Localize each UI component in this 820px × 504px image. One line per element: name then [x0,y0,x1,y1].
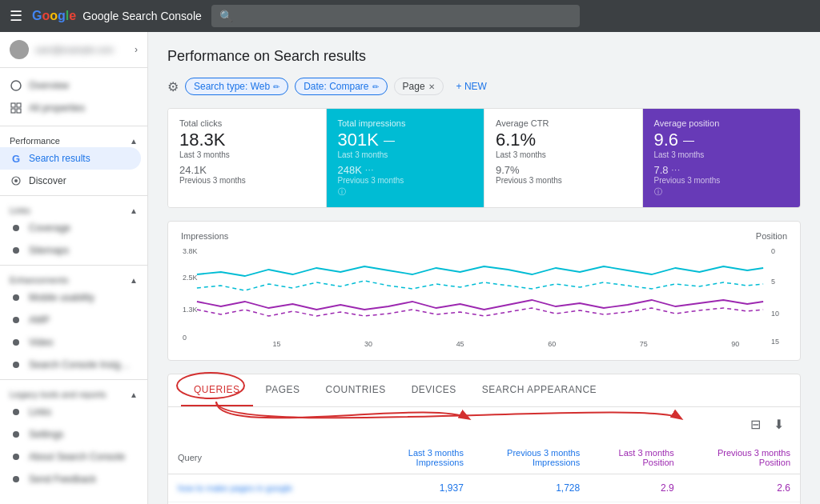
sidebar-section-links[interactable]: Links ▲ [0,199,147,217]
tab-devices-label: DEVICES [412,384,456,395]
metric-value-impressions: 301K — [338,130,473,150]
sidebar-item-allproperties[interactable]: All properties [0,97,141,119]
tab-pages[interactable]: PAGES [253,374,313,406]
sidebar-item-video[interactable]: Video [0,331,141,354]
metric-period-ctr: Last 3 months [496,150,631,159]
table-header-row: Query Last 3 monthsImpressions Previous … [168,442,800,474]
sidebar-item-label-sc-insights: Search Console Insights [29,359,131,370]
table-toolbar: ⊟ ⬇ [168,407,800,442]
col-header-pos-prev[interactable]: Previous 3 monthsPosition [684,442,800,474]
insights-icon [10,358,22,371]
metric-period-impressions: Last 3 months [338,150,473,159]
about-icon [10,450,22,463]
tab-pages-label: PAGES [266,384,300,395]
section-enhancements-label: Enhancements [10,275,68,285]
sidebar-item-mobile-usability[interactable]: Mobile usability [0,286,141,309]
sidebar-item-settings[interactable]: Settings [0,423,141,446]
sidebar-item-feedback[interactable]: Send Feedback [0,468,141,490]
tab-countries[interactable]: COUNTRIES [312,374,398,406]
close-icon[interactable]: ✕ [428,82,435,91]
legacy-chevron: ▲ [130,390,138,399]
sidebar-item-coverage[interactable]: Coverage [0,217,141,239]
data-table: Query Last 3 monthsImpressions Previous … [168,442,800,504]
metric-value-clicks: 18.3K [179,130,315,150]
sidebar-section-enhancements[interactable]: Enhancements ▲ [0,269,147,286]
discover-icon [10,174,22,187]
metric-card-position[interactable]: Average position 9.6 — Last 3 months 7.8… [643,109,801,207]
sidebar-item-label-sitemaps: Sitemaps [29,245,69,256]
sidebar: user@example.com › Overview All properti… [0,32,148,504]
new-filter-button[interactable]: + NEW [450,78,493,94]
feedback-icon [10,473,22,486]
settings-icon [10,428,22,441]
sidebar-item-amp[interactable]: AMP [0,309,141,331]
metric-label-position: Average position [654,118,790,128]
filter-search-type-label: Search type: Web [194,81,270,92]
chart-svg-wrapper: 3.8K 2.5K 1.3K 0 0 5 10 15 15 30 45 60 7… [181,244,787,350]
col-header-pos-curr[interactable]: Last 3 monthsPosition [589,442,684,474]
sidebar-item-overview[interactable]: Overview [0,74,141,97]
metric-period-position: Last 3 months [654,150,790,159]
query-cell-1: how to make pages in google [178,483,292,493]
sidebar-item-sc-insights[interactable]: Search Console Insights [0,354,141,376]
sidebar-main-section: Overview All properties [0,71,147,122]
filter-chip-page[interactable]: Page ✕ [394,78,444,95]
sidebar-item-label-search-results: Search results [29,153,90,164]
sidebar-item-about[interactable]: About Search Console [0,446,141,468]
section-links-label: Links [10,206,30,215]
metric-card-clicks[interactable]: Total clicks 18.3K Last 3 months 24.1K P… [168,109,327,207]
sidebar-user-row[interactable]: user@example.com › [0,32,147,68]
sidebar-item-sitemaps[interactable]: Sitemaps [0,239,141,262]
svg-rect-4 [17,109,21,113]
tab-devices[interactable]: DEVICES [399,374,469,406]
svg-text:5: 5 [771,278,775,286]
impressions-line-current [197,266,763,276]
coverage-icon [10,222,22,234]
filter-chip-date[interactable]: Date: Compare ✏ [295,78,387,95]
impressions-line-prev [197,281,763,290]
links2-icon [10,406,22,418]
filter-date-label: Date: Compare [303,81,368,92]
svg-text:3.8K: 3.8K [183,247,197,255]
app-title: Google Search Console [82,10,202,22]
filter-bar: ⚙ Search type: Web ✏ Date: Compare ✏ Pag… [167,78,801,95]
metric-label-ctr: Average CTR [496,118,631,128]
col-header-imp-prev[interactable]: Previous 3 monthsImpressions [473,442,589,474]
sidebar-item-links2[interactable]: Links [0,401,141,423]
sidebar-item-label-mobile: Mobile usability [29,292,94,303]
metric-value-position: 9.6 — [654,130,790,150]
google-g-icon: G [10,152,22,165]
metric-prev-period-ctr: Previous 3 months [496,176,631,185]
filter-chip-search-type[interactable]: Search type: Web ✏ [185,78,288,95]
tab-search-appearance[interactable]: SEARCH APPEARANCE [469,374,609,406]
sidebar-item-label-overview: Overview [29,80,69,91]
table-download-icon[interactable]: ⬇ [770,414,787,435]
metric-card-ctr[interactable]: Average CTR 6.1% Last 3 months 9.7% Prev… [484,109,643,207]
sidebar-section-performance[interactable]: Performance ▲ [0,130,147,147]
user-expand-icon[interactable]: › [135,44,138,55]
performance-chevron: ▲ [130,137,138,146]
tab-queries[interactable]: QUERIES [181,374,253,406]
chart-header: Impressions Position [181,231,787,241]
dots-icon-position: ··· [672,166,681,174]
sidebar-item-discover[interactable]: Discover [0,170,141,192]
links-chevron: ▲ [130,206,138,215]
info-icon-position: ⓘ [654,187,662,196]
col-header-query: Query [168,442,379,474]
pos-prev-1: 2.6 [684,474,800,502]
table-filter-icon[interactable]: ⊟ [747,414,764,435]
sidebar-section-legacy[interactable]: Legacy tools and reports ▲ [0,383,147,401]
metric-card-impressions[interactable]: Total impressions 301K — Last 3 months 2… [327,109,485,207]
enhancements-chevron: ▲ [130,276,138,285]
sidebar-item-label-coverage: Coverage [29,222,70,234]
metric-prev-impressions: 248K ··· [338,164,473,176]
col-header-imp-curr[interactable]: Last 3 monthsImpressions [379,442,473,474]
chart-area: Impressions Position 3.8K 2.5K 1.3K 0 0 … [167,221,801,361]
svg-text:15: 15 [771,338,779,346]
sidebar-item-search-results[interactable]: G Search results [0,147,141,170]
search-bar[interactable]: 🔍 [211,5,580,27]
search-input[interactable] [239,10,572,22]
svg-text:0: 0 [771,247,775,255]
menu-icon[interactable]: ☰ [10,7,22,25]
edit-icon: ✏ [273,82,279,91]
